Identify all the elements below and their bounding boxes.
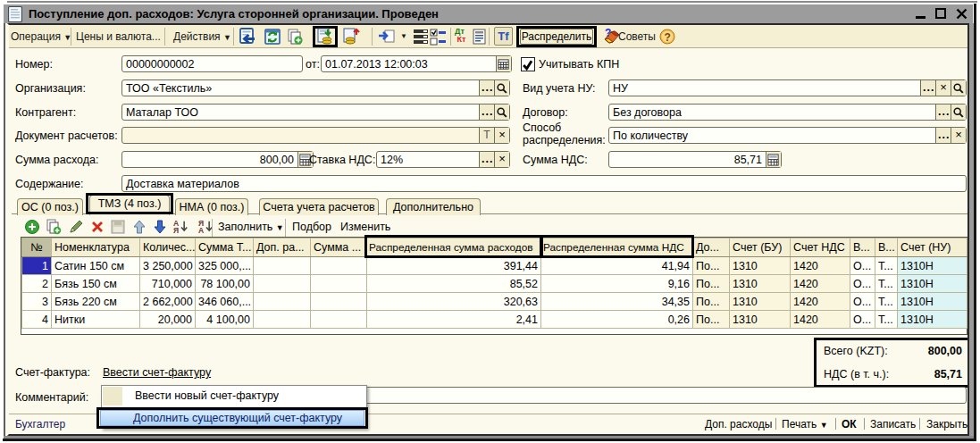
svg-text:А: А [198, 226, 204, 235]
svg-text:?: ? [605, 28, 611, 39]
svg-text:Я: Я [173, 226, 179, 235]
svg-text:?: ? [665, 31, 671, 44]
